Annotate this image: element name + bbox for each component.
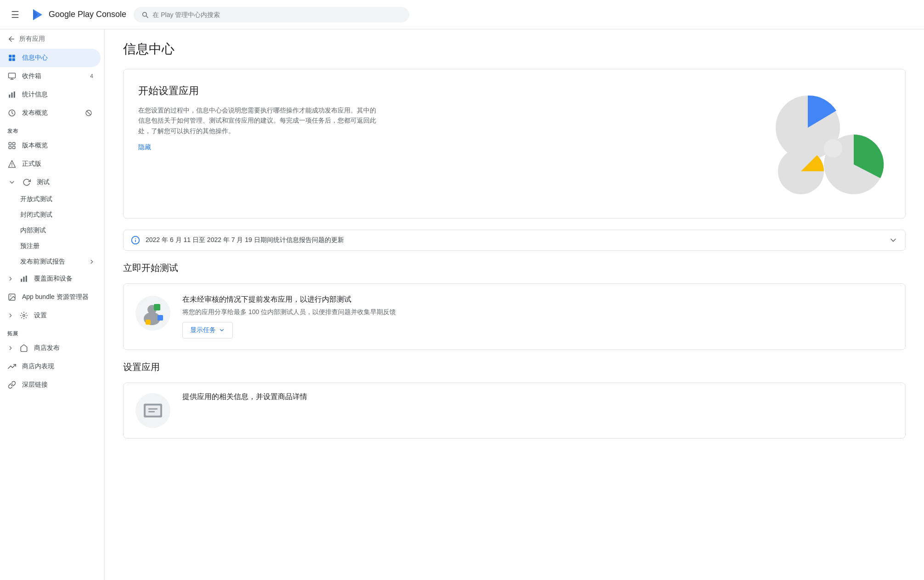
- svg-rect-7: [9, 73, 16, 78]
- svg-rect-38: [148, 411, 155, 412]
- clock-icon: [7, 108, 17, 118]
- setup-card-description: 在您设置的过程中，信息中心会说明您需要执行哪些操作才能成功发布应用。其中的信息包…: [138, 105, 377, 136]
- svg-point-21: [10, 295, 11, 296]
- layout: 所有应用 信息中心 收件箱 4: [0, 29, 924, 580]
- chevron-right-small-icon: [7, 276, 14, 282]
- show-tasks-label: 显示任务: [190, 326, 216, 334]
- pie-illustration: [762, 84, 890, 203]
- chevron-down-icon: [889, 236, 898, 245]
- test-card-content: 在未经审核的情况下提前发布应用，以进行内部测试 将您的应用分享给最多 100 位…: [182, 295, 894, 338]
- sidebar-item-version-overview[interactable]: 版本概览: [0, 136, 101, 155]
- app-title: Google Play Console: [49, 10, 126, 19]
- svg-rect-18: [23, 277, 25, 282]
- sidebar-item-label: 商店发布: [34, 344, 60, 352]
- sidebar-item-release-overview[interactable]: 发布概览: [0, 104, 101, 122]
- svg-rect-37: [148, 408, 158, 410]
- notification-text: 2022 年 6 月 11 日至 2022 年 7 月 19 日期间统计信息报告…: [146, 236, 883, 244]
- setup-card-title: 开始设置应用: [138, 84, 377, 98]
- svg-rect-31: [154, 304, 160, 310]
- svg-rect-19: [26, 276, 27, 282]
- svg-rect-36: [146, 405, 160, 416]
- svg-rect-9: [11, 93, 13, 98]
- search-bar[interactable]: [134, 7, 409, 23]
- setup-app-section: 设置应用 提供应用的相关信息，并设置商品详情: [123, 361, 906, 439]
- grid-icon: [7, 53, 17, 62]
- sidebar: 所有应用 信息中心 收件箱 4: [0, 29, 105, 580]
- svg-point-26: [824, 139, 842, 158]
- sidebar-sub-item-label: 发布前测试报告: [20, 258, 65, 266]
- notification-banner[interactable]: 2022 年 6 月 11 日至 2022 年 7 月 19 日期间统计信息报告…: [123, 230, 906, 251]
- monitor-icon: [7, 72, 17, 81]
- sidebar-item-release-version[interactable]: 正式版: [0, 155, 101, 173]
- sidebar-item-app-bundle[interactable]: App bundle 资源管理器: [0, 288, 101, 306]
- svg-rect-32: [146, 320, 151, 325]
- sidebar-item-testing[interactable]: 测试: [0, 173, 101, 191]
- svg-rect-4: [12, 55, 15, 57]
- setup-card-hide-link[interactable]: 隐藏: [138, 143, 151, 151]
- setup-app-card-title: 提供应用的相关信息，并设置商品详情: [182, 392, 894, 402]
- search-input[interactable]: [152, 11, 402, 18]
- chevron-right-store-icon: [7, 345, 14, 351]
- sidebar-item-store-publish[interactable]: 商店发布: [0, 339, 101, 357]
- test-card-icon: [135, 295, 171, 332]
- apps-icon: [7, 141, 17, 150]
- page-title: 信息中心: [123, 40, 906, 58]
- sidebar-sub-item-label: 内部测试: [20, 226, 46, 235]
- sidebar-item-inbox[interactable]: 收件箱 4: [0, 67, 101, 85]
- sidebar-sub-item-pre-register[interactable]: 预注册: [0, 238, 101, 254]
- sidebar-item-store-performance[interactable]: 商店内表现: [0, 357, 101, 376]
- chevron-right-settings-icon: [7, 312, 14, 319]
- chevron-down-small-icon: [219, 327, 225, 333]
- hamburger-menu[interactable]: ☰: [7, 6, 23, 24]
- sidebar-sub-item-label: 封闭式测试: [20, 211, 52, 219]
- sidebar-item-stats[interactable]: 统计信息: [0, 85, 101, 104]
- topbar: ☰ Google Play Console: [0, 0, 924, 29]
- show-tasks-button[interactable]: 显示任务: [182, 322, 233, 338]
- main-content: 信息中心 开始设置应用 在您设置的过程中，信息中心会说明您需要执行哪些操作才能成…: [105, 29, 924, 580]
- gear-icon: [19, 311, 28, 320]
- sidebar-item-deep-link[interactable]: 深层链接: [0, 376, 101, 394]
- sidebar-sub-item-label: 开放式测试: [20, 195, 52, 203]
- svg-rect-3: [9, 55, 11, 57]
- svg-rect-10: [14, 91, 15, 98]
- sidebar-item-label: 深层链接: [22, 381, 48, 389]
- sidebar-back-label: 所有应用: [19, 35, 45, 43]
- bar-chart2-icon: [19, 274, 28, 283]
- test-section-title: 立即开始测试: [123, 262, 906, 274]
- setup-app-card: 提供应用的相关信息，并设置商品详情: [123, 383, 906, 439]
- sidebar-item-label: 正式版: [22, 160, 41, 168]
- setup-app-section-title: 设置应用: [123, 361, 906, 373]
- sidebar-sub-item-pre-launch-report[interactable]: 发布前测试报告: [0, 254, 101, 270]
- pie-chart-svg: [762, 84, 890, 203]
- svg-rect-13: [9, 142, 11, 145]
- sidebar-item-label: 测试: [37, 178, 50, 186]
- test-card: 在未经审核的情况下提前发布应用，以进行内部测试 将您的应用分享给最多 100 位…: [123, 283, 906, 350]
- setup-card: 开始设置应用 在您设置的过程中，信息中心会说明您需要执行哪些操作才能成功发布应用…: [123, 69, 906, 219]
- sidebar-item-info-center[interactable]: 信息中心: [0, 49, 101, 67]
- sidebar-item-label: App bundle 资源管理器: [22, 293, 89, 301]
- sidebar-item-label: 统计信息: [22, 90, 48, 99]
- sidebar-item-coverage-devices[interactable]: 覆盖面和设备: [0, 270, 101, 288]
- inbox-badge: 4: [90, 73, 93, 79]
- sidebar-sub-item-closed-test[interactable]: 封闭式测试: [0, 207, 101, 223]
- sidebar-item-label: 版本概览: [22, 141, 48, 150]
- publish-section-label: 发布: [0, 122, 104, 136]
- expand-icon: [7, 178, 17, 187]
- setup-app-card-content: 提供应用的相关信息，并设置商品详情: [182, 392, 894, 405]
- test-card-description: 将您的应用分享给最多 100 位内部测试人员，以便排查问题并收集早期反馈: [182, 308, 894, 316]
- expand-section-label: 拓展: [0, 325, 104, 339]
- refresh-icon: [22, 178, 31, 187]
- sidebar-sub-item-internal-test[interactable]: 内部测试: [0, 223, 101, 238]
- sidebar-item-label: 发布概览: [22, 109, 48, 117]
- store-icon: [19, 343, 28, 353]
- svg-point-22: [23, 315, 25, 317]
- sidebar-back-button[interactable]: 所有应用: [0, 29, 104, 49]
- search-icon: [141, 11, 149, 19]
- sidebar-sub-item-open-test[interactable]: 开放式测试: [0, 191, 101, 207]
- svg-rect-8: [9, 95, 10, 98]
- app-logo: Google Play Console: [30, 7, 126, 22]
- setup-app-card-icon: [135, 392, 171, 429]
- svg-rect-16: [13, 146, 15, 149]
- sidebar-item-settings[interactable]: 设置: [0, 306, 101, 325]
- play-console-logo-icon: [30, 7, 45, 22]
